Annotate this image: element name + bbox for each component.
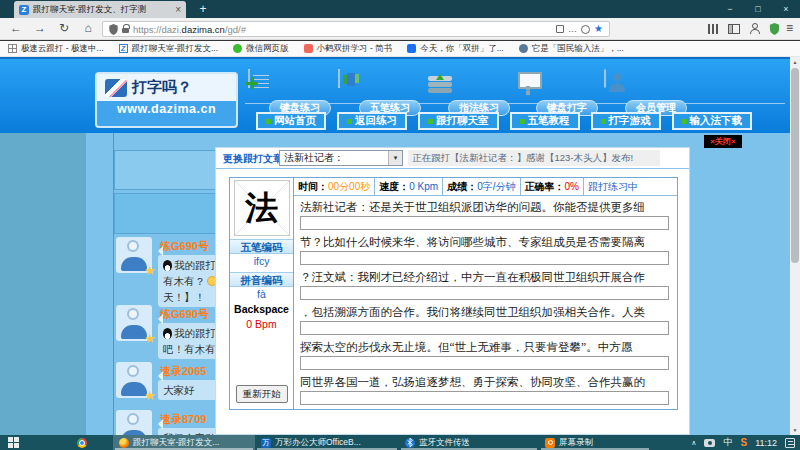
scroll-down-icon[interactable]: ▼: [790, 425, 800, 435]
avatar[interactable]: ★: [116, 237, 152, 273]
typing-panel: 法 五笔编码 ifcy 拼音编码 fà Backspace 0 Bpm 重新开始…: [229, 177, 678, 410]
taskbar-item-bluetooth[interactable]: 蓝牙文件传送: [399, 435, 539, 450]
avatar-head: [127, 308, 139, 320]
chat-username[interactable]: 速录8709: [160, 412, 206, 427]
tray-expand-icon[interactable]: ∧: [691, 439, 696, 447]
bullet-icon: [266, 119, 271, 124]
tab-title: 跟打聊天室-跟打发文、打字测: [33, 4, 171, 16]
menu-icon[interactable]: ≡: [786, 18, 793, 39]
taskbar-item-firefox[interactable]: 跟打聊天室-跟打发文...: [113, 435, 255, 450]
typing-input[interactable]: [300, 356, 669, 370]
typing-input[interactable]: [300, 286, 669, 300]
practice-close-button[interactable]: ×关闭×: [704, 135, 742, 148]
browser-tab[interactable]: Z 跟打聊天室-跟打发文、打字测 ×: [14, 1, 186, 18]
bookmark-item[interactable]: 微信网页版: [233, 43, 289, 55]
tracking-shield-icon[interactable]: [109, 24, 118, 35]
avatar[interactable]: ★: [116, 362, 152, 398]
stat-value: 0%: [565, 181, 579, 192]
bookmark-item[interactable]: 它是「国民输入法」，...: [519, 43, 624, 55]
secondary-nav: 网站首页 返回练习 跟打聊天室 五笔教程 打字游戏 输入法下载: [256, 112, 752, 130]
source-line: 探索太空的步伐永无止境。但“世上无难事，只要肯登攀”。中方愿: [300, 339, 671, 356]
nav-label: 跟打聊天室: [436, 114, 489, 128]
account-icon[interactable]: [749, 23, 760, 34]
url-scheme: https://dazi.: [133, 24, 182, 35]
chrome-icon[interactable]: [77, 438, 87, 448]
nav-label: 五笔教程: [528, 114, 570, 128]
typing-lines: 法新社记者：还是关于世卫组织派团访华的问题。你能否提供更多细 节？比如什么时候来…: [294, 196, 677, 409]
nav-typing-game[interactable]: 打字游戏: [591, 112, 661, 130]
chat-username[interactable]: 练G690号: [160, 307, 209, 322]
chevron-down-icon[interactable]: ▾: [388, 151, 402, 165]
forward-icon[interactable]: →: [30, 18, 50, 39]
typing-input[interactable]: [300, 251, 669, 265]
bullet-icon: [682, 119, 687, 124]
typing-input[interactable]: [300, 216, 669, 230]
url-text[interactable]: https://dazi.dazima.cn/gd/#: [133, 24, 552, 35]
ime-icon: [519, 44, 528, 53]
nav-chatroom[interactable]: 跟打聊天室: [418, 112, 499, 130]
screen-record-icon: [545, 438, 555, 448]
page-action-icon[interactable]: [556, 25, 564, 33]
taskbar-item-label: 蓝牙文件传送: [419, 437, 470, 449]
chat-text: 大家好: [163, 382, 195, 398]
page-scrollbar[interactable]: ▲ ▼: [790, 57, 800, 435]
restart-button[interactable]: 重新开始: [236, 385, 288, 403]
taskbar-item-office[interactable]: 万 万彩办公大师OfficeB...: [255, 435, 399, 450]
scrollbar-thumb[interactable]: [791, 68, 799, 263]
close-button[interactable]: ×: [772, 0, 800, 18]
tab-close-icon[interactable]: ×: [175, 4, 181, 15]
stat-label: 速度：: [379, 180, 409, 194]
article-select[interactable]: 法新社记者：▾: [279, 150, 403, 166]
home-icon[interactable]: ⌂: [78, 18, 98, 39]
wechat-icon: [233, 44, 242, 53]
maximize-button[interactable]: □: [744, 0, 772, 18]
stat-speed: 速度：0 Kpm: [375, 178, 443, 195]
nav-label: 返回练习: [355, 114, 397, 128]
sogou-icon[interactable]: S: [740, 437, 747, 448]
camera-tray-icon[interactable]: [704, 439, 715, 447]
browser-navbar: ← → ↻ ⌂ https://dazi.dazima.cn/gd/# … ★ …: [0, 18, 800, 40]
pocket-icon[interactable]: [581, 25, 590, 34]
taskbar-item-recorder[interactable]: 屏幕录制: [539, 435, 651, 450]
nav-back-practice[interactable]: 返回练习: [337, 112, 407, 130]
bookmark-star-icon[interactable]: ★: [594, 24, 603, 34]
bullet-icon: [601, 119, 606, 124]
site-logo[interactable]: 打字吗？ www.dazima.cn: [95, 72, 238, 128]
minimize-button[interactable]: −: [716, 0, 744, 18]
site-name: 打字吗？: [132, 78, 192, 97]
new-tab-button[interactable]: +: [194, 0, 212, 18]
nav-ime-download[interactable]: 输入法下载: [672, 112, 753, 130]
stats-row: 时间：00分00秒 速度：0 Kpm 成绩：0字/分钟 正确率：0% 跟打练习中: [294, 178, 677, 196]
library-icon[interactable]: [708, 24, 710, 34]
url-bar[interactable]: https://dazi.dazima.cn/gd/# … ★: [102, 21, 610, 37]
start-button-icon[interactable]: [8, 437, 19, 448]
typing-input[interactable]: [300, 321, 669, 335]
nav-wubi-tutorial[interactable]: 五笔教程: [510, 112, 580, 130]
ime-indicator[interactable]: 中: [723, 436, 732, 449]
bookmark-item[interactable]: 小鹤双拼学习 - 简书: [304, 43, 393, 55]
url-path: /gd/#: [225, 24, 246, 35]
page-actions-menu-icon[interactable]: …: [568, 26, 577, 32]
bookmark-item[interactable]: 今天，你「双拼」了...: [407, 43, 504, 55]
avatar[interactable]: ★: [116, 305, 152, 341]
clock[interactable]: 11:12: [755, 438, 777, 448]
bookmark-item[interactable]: Z跟打聊天室-跟打发文...: [119, 43, 218, 55]
nav-home[interactable]: 网站首页: [256, 112, 326, 130]
lock-icon[interactable]: [122, 28, 129, 33]
typing-input[interactable]: [300, 391, 669, 405]
back-icon[interactable]: ←: [6, 18, 26, 39]
notification-center-icon[interactable]: [785, 438, 795, 448]
source-line: 同世界各国一道，弘扬追逐梦想、勇于探索、协同攻坚、合作共赢的: [300, 374, 671, 391]
scroll-up-icon[interactable]: ▲: [790, 57, 800, 67]
avatar[interactable]: ★: [116, 410, 152, 435]
reload-icon[interactable]: ↻: [54, 18, 74, 39]
article-status: 正在跟打【法新社记者：】感谢【123-木头人】发布!: [408, 150, 660, 166]
chat-username[interactable]: 练G690号: [160, 239, 209, 254]
sidebar-icon[interactable]: [728, 24, 740, 34]
typing-main: 时间：00分00秒 速度：0 Kpm 成绩：0字/分钟 正确率：0% 跟打练习中…: [294, 178, 677, 409]
chat-username[interactable]: 速录2065: [160, 364, 206, 379]
chat-text: 我的跟打: [174, 257, 216, 273]
protection-shield-icon[interactable]: [769, 23, 780, 35]
bookmark-item[interactable]: 极速云跟打 - 极速中...: [8, 43, 104, 55]
bookmark-label: 微信网页版: [246, 43, 289, 55]
